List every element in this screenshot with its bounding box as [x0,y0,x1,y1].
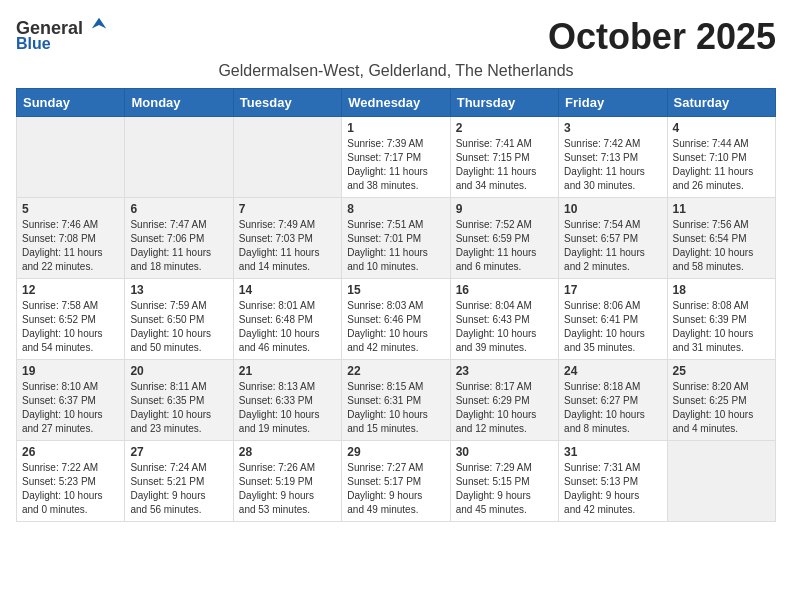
calendar-cell [125,117,233,198]
header-wednesday: Wednesday [342,89,450,117]
month-title: October 2025 [548,16,776,58]
day-number: 7 [239,202,336,216]
calendar-cell: 11Sunrise: 7:56 AM Sunset: 6:54 PM Dayli… [667,198,775,279]
day-info: Sunrise: 7:59 AM Sunset: 6:50 PM Dayligh… [130,299,227,355]
day-number: 12 [22,283,119,297]
day-info: Sunrise: 8:03 AM Sunset: 6:46 PM Dayligh… [347,299,444,355]
day-number: 6 [130,202,227,216]
calendar-cell: 18Sunrise: 8:08 AM Sunset: 6:39 PM Dayli… [667,279,775,360]
day-info: Sunrise: 7:47 AM Sunset: 7:06 PM Dayligh… [130,218,227,274]
calendar-cell: 1Sunrise: 7:39 AM Sunset: 7:17 PM Daylig… [342,117,450,198]
day-number: 27 [130,445,227,459]
day-number: 9 [456,202,553,216]
day-number: 16 [456,283,553,297]
day-number: 2 [456,121,553,135]
day-number: 17 [564,283,661,297]
calendar-cell: 26Sunrise: 7:22 AM Sunset: 5:23 PM Dayli… [17,441,125,522]
day-info: Sunrise: 8:06 AM Sunset: 6:41 PM Dayligh… [564,299,661,355]
header-thursday: Thursday [450,89,558,117]
calendar-header-row: SundayMondayTuesdayWednesdayThursdayFrid… [17,89,776,117]
logo-blue-text: Blue [16,35,51,53]
calendar-cell: 16Sunrise: 8:04 AM Sunset: 6:43 PM Dayli… [450,279,558,360]
header-tuesday: Tuesday [233,89,341,117]
day-number: 28 [239,445,336,459]
day-info: Sunrise: 7:42 AM Sunset: 7:13 PM Dayligh… [564,137,661,193]
day-number: 1 [347,121,444,135]
calendar-row: 5Sunrise: 7:46 AM Sunset: 7:08 PM Daylig… [17,198,776,279]
calendar-row: 12Sunrise: 7:58 AM Sunset: 6:52 PM Dayli… [17,279,776,360]
calendar-cell: 21Sunrise: 8:13 AM Sunset: 6:33 PM Dayli… [233,360,341,441]
day-info: Sunrise: 8:04 AM Sunset: 6:43 PM Dayligh… [456,299,553,355]
day-number: 15 [347,283,444,297]
day-info: Sunrise: 8:01 AM Sunset: 6:48 PM Dayligh… [239,299,336,355]
day-info: Sunrise: 7:52 AM Sunset: 6:59 PM Dayligh… [456,218,553,274]
day-info: Sunrise: 8:18 AM Sunset: 6:27 PM Dayligh… [564,380,661,436]
day-number: 14 [239,283,336,297]
day-info: Sunrise: 7:44 AM Sunset: 7:10 PM Dayligh… [673,137,770,193]
calendar-cell: 17Sunrise: 8:06 AM Sunset: 6:41 PM Dayli… [559,279,667,360]
day-number: 5 [22,202,119,216]
day-info: Sunrise: 8:11 AM Sunset: 6:35 PM Dayligh… [130,380,227,436]
day-number: 18 [673,283,770,297]
calendar-row: 19Sunrise: 8:10 AM Sunset: 6:37 PM Dayli… [17,360,776,441]
day-number: 30 [456,445,553,459]
calendar-cell: 15Sunrise: 8:03 AM Sunset: 6:46 PM Dayli… [342,279,450,360]
svg-marker-0 [92,18,106,29]
day-number: 8 [347,202,444,216]
day-info: Sunrise: 7:27 AM Sunset: 5:17 PM Dayligh… [347,461,444,517]
day-info: Sunrise: 7:41 AM Sunset: 7:15 PM Dayligh… [456,137,553,193]
day-info: Sunrise: 8:13 AM Sunset: 6:33 PM Dayligh… [239,380,336,436]
calendar-cell: 23Sunrise: 8:17 AM Sunset: 6:29 PM Dayli… [450,360,558,441]
calendar-cell: 29Sunrise: 7:27 AM Sunset: 5:17 PM Dayli… [342,441,450,522]
day-info: Sunrise: 7:39 AM Sunset: 7:17 PM Dayligh… [347,137,444,193]
calendar-cell: 2Sunrise: 7:41 AM Sunset: 7:15 PM Daylig… [450,117,558,198]
calendar-cell: 25Sunrise: 8:20 AM Sunset: 6:25 PM Dayli… [667,360,775,441]
day-info: Sunrise: 7:26 AM Sunset: 5:19 PM Dayligh… [239,461,336,517]
day-info: Sunrise: 7:22 AM Sunset: 5:23 PM Dayligh… [22,461,119,517]
page-header: General Blue October 2025 [16,16,776,58]
day-info: Sunrise: 7:58 AM Sunset: 6:52 PM Dayligh… [22,299,119,355]
day-number: 31 [564,445,661,459]
calendar-cell: 7Sunrise: 7:49 AM Sunset: 7:03 PM Daylig… [233,198,341,279]
calendar-cell: 20Sunrise: 8:11 AM Sunset: 6:35 PM Dayli… [125,360,233,441]
day-number: 24 [564,364,661,378]
day-info: Sunrise: 7:49 AM Sunset: 7:03 PM Dayligh… [239,218,336,274]
calendar-cell: 14Sunrise: 8:01 AM Sunset: 6:48 PM Dayli… [233,279,341,360]
calendar-cell: 24Sunrise: 8:18 AM Sunset: 6:27 PM Dayli… [559,360,667,441]
day-number: 25 [673,364,770,378]
day-number: 3 [564,121,661,135]
calendar-cell [233,117,341,198]
day-info: Sunrise: 7:29 AM Sunset: 5:15 PM Dayligh… [456,461,553,517]
day-info: Sunrise: 7:56 AM Sunset: 6:54 PM Dayligh… [673,218,770,274]
day-number: 22 [347,364,444,378]
calendar-cell: 27Sunrise: 7:24 AM Sunset: 5:21 PM Dayli… [125,441,233,522]
calendar-cell: 19Sunrise: 8:10 AM Sunset: 6:37 PM Dayli… [17,360,125,441]
day-info: Sunrise: 7:24 AM Sunset: 5:21 PM Dayligh… [130,461,227,517]
day-number: 29 [347,445,444,459]
calendar-cell: 9Sunrise: 7:52 AM Sunset: 6:59 PM Daylig… [450,198,558,279]
day-info: Sunrise: 8:08 AM Sunset: 6:39 PM Dayligh… [673,299,770,355]
subtitle: Geldermalsen-West, Gelderland, The Nethe… [16,62,776,80]
day-info: Sunrise: 7:46 AM Sunset: 7:08 PM Dayligh… [22,218,119,274]
day-info: Sunrise: 8:10 AM Sunset: 6:37 PM Dayligh… [22,380,119,436]
calendar-cell: 10Sunrise: 7:54 AM Sunset: 6:57 PM Dayli… [559,198,667,279]
day-number: 11 [673,202,770,216]
day-info: Sunrise: 7:54 AM Sunset: 6:57 PM Dayligh… [564,218,661,274]
calendar-cell: 12Sunrise: 7:58 AM Sunset: 6:52 PM Dayli… [17,279,125,360]
day-number: 10 [564,202,661,216]
logo: General Blue [16,16,108,53]
day-number: 13 [130,283,227,297]
calendar-cell [17,117,125,198]
calendar-table: SundayMondayTuesdayWednesdayThursdayFrid… [16,88,776,522]
day-number: 23 [456,364,553,378]
day-number: 26 [22,445,119,459]
day-number: 4 [673,121,770,135]
header-monday: Monday [125,89,233,117]
calendar-cell [667,441,775,522]
calendar-cell: 31Sunrise: 7:31 AM Sunset: 5:13 PM Dayli… [559,441,667,522]
calendar-cell: 5Sunrise: 7:46 AM Sunset: 7:08 PM Daylig… [17,198,125,279]
calendar-cell: 22Sunrise: 8:15 AM Sunset: 6:31 PM Dayli… [342,360,450,441]
day-number: 21 [239,364,336,378]
header-saturday: Saturday [667,89,775,117]
day-info: Sunrise: 7:31 AM Sunset: 5:13 PM Dayligh… [564,461,661,517]
